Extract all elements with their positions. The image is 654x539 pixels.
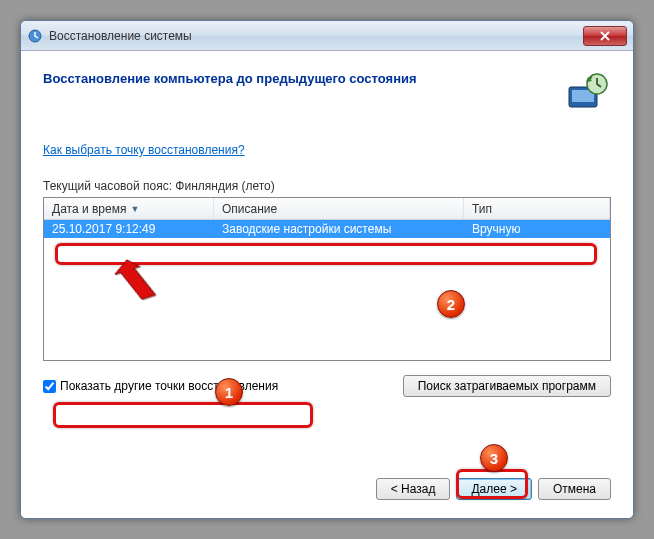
column-datetime-label: Дата и время: [52, 202, 126, 216]
next-button[interactable]: Далее >: [456, 478, 532, 500]
client-area: Восстановление компьютера до предыдущего…: [21, 51, 633, 518]
window-title: Восстановление системы: [49, 29, 583, 43]
show-more-points-input[interactable]: [43, 380, 56, 393]
column-description[interactable]: Описание: [214, 198, 464, 219]
wizard-footer: < Назад Далее > Отмена: [43, 460, 611, 500]
how-to-choose-link[interactable]: Как выбрать точку восстановления?: [43, 143, 611, 157]
page-heading: Восстановление компьютера до предыдущего…: [43, 69, 563, 86]
table-row[interactable]: 25.10.2017 9:12:49 Заводские настройки с…: [44, 220, 610, 238]
cell-type: Вручную: [464, 221, 610, 237]
system-restore-icon: [27, 28, 43, 44]
titlebar: Восстановление системы: [21, 21, 633, 51]
table-header: Дата и время ▼ Описание Тип: [44, 198, 610, 220]
restore-points-table: Дата и время ▼ Описание Тип 25.10.2017 9…: [43, 197, 611, 361]
column-datetime[interactable]: Дата и время ▼: [44, 198, 214, 219]
sort-indicator-icon: ▼: [130, 204, 139, 214]
close-icon: [600, 31, 610, 41]
cell-datetime: 25.10.2017 9:12:49: [44, 221, 214, 237]
cancel-button[interactable]: Отмена: [538, 478, 611, 500]
show-more-points-label: Показать другие точки восстановления: [60, 379, 278, 393]
affected-programs-button[interactable]: Поиск затрагиваемых программ: [403, 375, 611, 397]
system-restore-window: Восстановление системы Восстановление ко…: [20, 20, 634, 519]
close-button[interactable]: [583, 26, 627, 46]
cell-description: Заводские настройки системы: [214, 221, 464, 237]
column-type[interactable]: Тип: [464, 198, 610, 219]
show-more-points-checkbox[interactable]: Показать другие точки восстановления: [43, 379, 278, 393]
timezone-label: Текущий часовой пояс: Финляндия (лето): [43, 179, 611, 193]
restore-header-icon: [563, 69, 611, 117]
back-button[interactable]: < Назад: [376, 478, 451, 500]
